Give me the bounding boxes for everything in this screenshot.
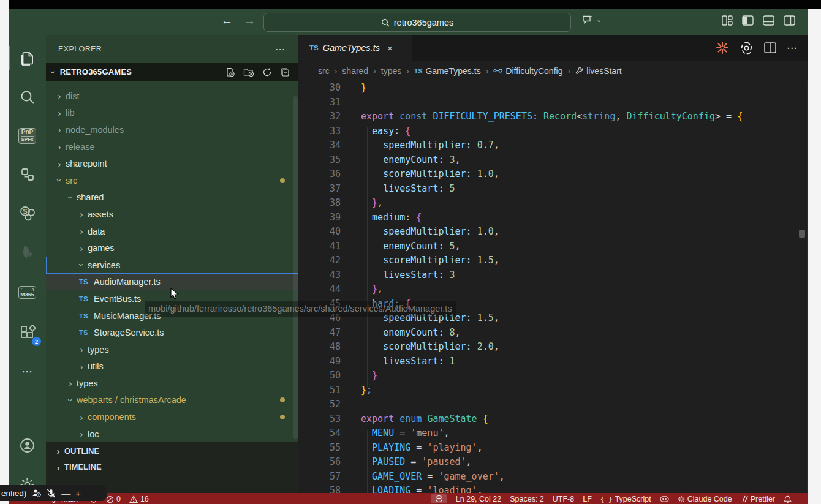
status-item-0[interactable]: 0 — [106, 495, 121, 503]
status-item-spaces-2[interactable]: Spaces: 2 — [510, 495, 544, 503]
tree-item-shared[interactable]: ›shared — [46, 189, 298, 206]
breadcrumb-item-livesstart[interactable]: livesStart — [575, 66, 622, 76]
sidebar-more-icon[interactable]: ⋯ — [275, 43, 285, 55]
activity-account[interactable] — [9, 432, 46, 459]
editor-more-icon[interactable]: ⋯ — [787, 42, 798, 55]
toggle-primary-sidebar-icon[interactable] — [742, 15, 754, 26]
tree-item-types[interactable]: ›types — [46, 375, 298, 392]
status-item-copilot[interactable] — [660, 495, 669, 503]
breadcrumb-item-types[interactable]: types — [381, 66, 401, 76]
code-line[interactable]: 38 }, — [298, 196, 808, 211]
workspace-section-header[interactable]: › RETRO365GAMES — [46, 63, 298, 81]
code-line[interactable]: 58 LOADING = 'loading', — [298, 484, 808, 493]
code-line[interactable]: 44 }, — [298, 282, 808, 297]
tree-item-components[interactable]: ›components — [46, 408, 298, 426]
zoom-out-control[interactable]: — — [61, 488, 70, 498]
tree-item-musicmanager-ts[interactable]: TSMusicManager.ts — [46, 307, 298, 325]
tree-item-node-modules[interactable]: ›node_modules — [46, 121, 298, 138]
code-line[interactable]: 39 medium: { — [298, 211, 808, 225]
activity-explorer[interactable] — [9, 45, 46, 72]
status-item-prettier[interactable]: Prettier — [741, 495, 775, 503]
tree-item-webparts-christmasarcade[interactable]: ›webparts / christmasArcade — [46, 392, 298, 409]
toggle-panel-icon[interactable] — [763, 15, 774, 26]
collapse-all-icon[interactable] — [280, 67, 290, 77]
new-file-icon[interactable] — [225, 67, 235, 77]
code-line[interactable]: 31 — [298, 96, 808, 110]
code-line[interactable]: 56 PAUSED = 'paused', — [298, 455, 808, 470]
code-line[interactable]: 54 MENU = 'menu', — [298, 426, 808, 441]
code-line[interactable]: 40 speedMultiplier: 1.0, — [298, 225, 808, 239]
code-line[interactable]: 49 livesStart: 1 — [298, 355, 808, 369]
code-area[interactable]: 30}3132export const DIFFICULTY_PRESETS: … — [298, 81, 808, 493]
code-line[interactable]: 42 scoreMultiplier: 1.5, — [298, 254, 808, 268]
breadcrumb-item-difficultyconfig[interactable]: DifficultyConfig — [493, 66, 562, 76]
code-line[interactable]: 52 — [298, 397, 808, 412]
command-center-search[interactable]: retro365games — [263, 13, 571, 32]
code-line[interactable]: 32export const DIFFICULTY_PRESETS: Recor… — [298, 110, 808, 124]
tree-item-data[interactable]: ›data — [46, 223, 298, 240]
code-line[interactable]: 35 enemyCount: 3, — [298, 153, 808, 168]
status-item-16[interactable]: 16 — [129, 495, 149, 503]
refresh-icon[interactable] — [262, 67, 272, 77]
breadcrumb-item-shared[interactable]: shared — [342, 66, 368, 76]
activity-linked-nodes[interactable] — [9, 161, 46, 188]
code-line[interactable]: 36 scoreMultiplier: 1.0, — [298, 167, 808, 182]
tree-item-lib[interactable]: ›lib — [46, 105, 298, 122]
code-line[interactable]: 45 hard: { — [298, 297, 808, 312]
code-line[interactable]: 53export enum GameState { — [298, 412, 808, 427]
tree-item-loc[interactable]: ›loc — [46, 426, 298, 443]
claude-code-icon[interactable] — [716, 41, 729, 55]
code-line[interactable]: 34 speedMultiplier: 0.7, — [298, 138, 808, 153]
breadcrumb[interactable]: src›shared›types›TSGameTypes.ts›Difficul… — [298, 61, 808, 81]
code-line[interactable]: 55 PLAYING = 'playing', — [298, 441, 808, 456]
split-editor-icon[interactable] — [764, 42, 776, 53]
status-item-utf-8[interactable]: UTF-8 — [553, 495, 574, 503]
tree-item-types[interactable]: ›types — [46, 341, 298, 358]
activity-more[interactable]: ⋯ — [9, 358, 46, 385]
code-line[interactable]: 50 } — [298, 369, 808, 383]
editor-scrollbar-track[interactable] — [807, 81, 808, 493]
code-line[interactable]: 41 enemyCount: 5, — [298, 239, 808, 254]
code-line[interactable]: 57 GAME_OVER = 'game_over', — [298, 470, 808, 484]
status-item-lf[interactable]: LF — [583, 495, 592, 503]
activity-sharepoint[interactable]: S — [9, 200, 46, 227]
forward-arrow-icon[interactable]: → — [244, 14, 255, 28]
tree-item-assets[interactable]: ›assets — [46, 206, 298, 223]
status-item-bell[interactable] — [784, 495, 792, 503]
status-item-plus[interactable] — [431, 494, 447, 503]
activity-pnp-spfx[interactable]: PnPSPFx — [9, 122, 46, 149]
code-line[interactable]: 51}; — [298, 383, 808, 398]
code-line[interactable]: 33 easy: { — [298, 124, 808, 139]
activity-search[interactable] — [9, 84, 46, 111]
code-line[interactable]: 43 livesStart: 3 — [298, 268, 808, 283]
tree-item-storageservice-ts[interactable]: TSStorageService.ts — [46, 324, 298, 341]
code-line[interactable]: 46 speedMultiplier: 1.5, — [298, 311, 808, 326]
openai-icon[interactable] — [740, 41, 754, 55]
customize-layout-icon[interactable] — [722, 15, 733, 26]
sidebar-scrollbar[interactable] — [293, 96, 298, 439]
tree-item-release[interactable]: ›release — [46, 138, 298, 156]
tree-item-games[interactable]: ›games — [46, 239, 298, 257]
zoom-in-control[interactable]: + — [75, 488, 81, 498]
tree-item-dist[interactable]: ›dist — [46, 88, 298, 105]
tree-item-services[interactable]: ›services — [46, 257, 298, 274]
code-line[interactable]: 48 scoreMultiplier: 2.0, — [298, 340, 808, 355]
status-item-ln-29-col-22[interactable]: Ln 29, Col 22 — [456, 495, 501, 503]
new-folder-icon[interactable] — [243, 67, 254, 77]
status-item-claude-code[interactable]: Claude Code — [678, 495, 732, 503]
activity-m365[interactable]: M365 — [9, 279, 46, 306]
activity-extensions[interactable]: 2 — [9, 319, 46, 346]
toggle-secondary-sidebar-icon[interactable] — [784, 15, 795, 26]
code-line[interactable]: 30} — [298, 81, 808, 96]
tree-item-sharepoint[interactable]: ›sharepoint — [46, 155, 298, 172]
activity-dark-extension[interactable] — [9, 238, 46, 265]
back-arrow-icon[interactable]: ← — [221, 14, 233, 28]
tab-gametypes[interactable]: TS GameTypes.ts × — [298, 35, 412, 61]
code-line[interactable]: 37 livesStart: 5 — [298, 182, 808, 197]
tree-item-src[interactable]: ›src — [46, 172, 298, 189]
code-line[interactable]: 47 enemyCount: 8, — [298, 326, 808, 340]
editor-scrollbar-thumb[interactable] — [799, 230, 805, 238]
close-icon[interactable]: × — [387, 43, 393, 53]
breadcrumb-item-src[interactable]: src — [318, 66, 330, 76]
tree-item-utils[interactable]: ›utils — [46, 358, 298, 375]
